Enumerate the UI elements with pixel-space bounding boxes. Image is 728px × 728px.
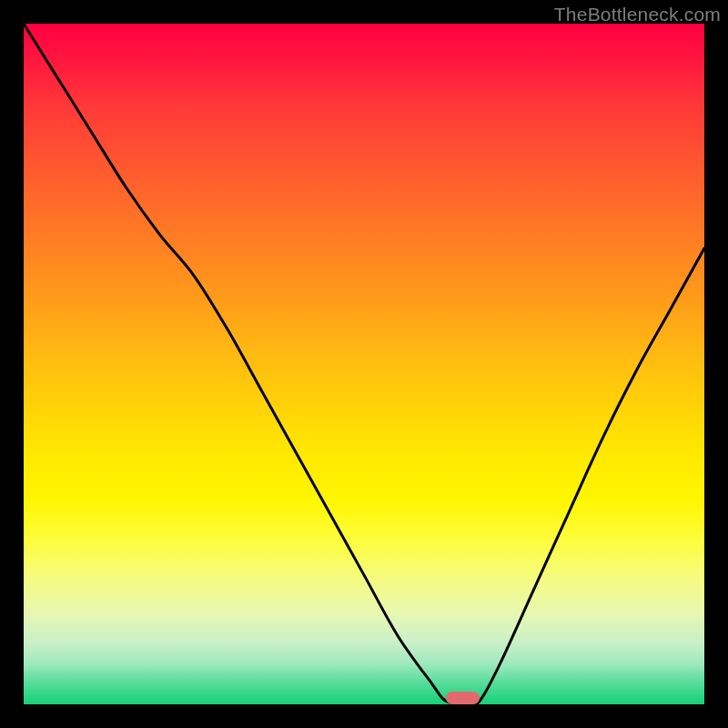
- optimal-marker: [446, 692, 480, 704]
- bottleneck-curve: [24, 24, 704, 704]
- watermark-text: TheBottleneck.com: [554, 4, 721, 25]
- curve-layer: [24, 24, 704, 704]
- plot-area: [24, 24, 704, 704]
- chart-frame: TheBottleneck.com: [0, 0, 728, 728]
